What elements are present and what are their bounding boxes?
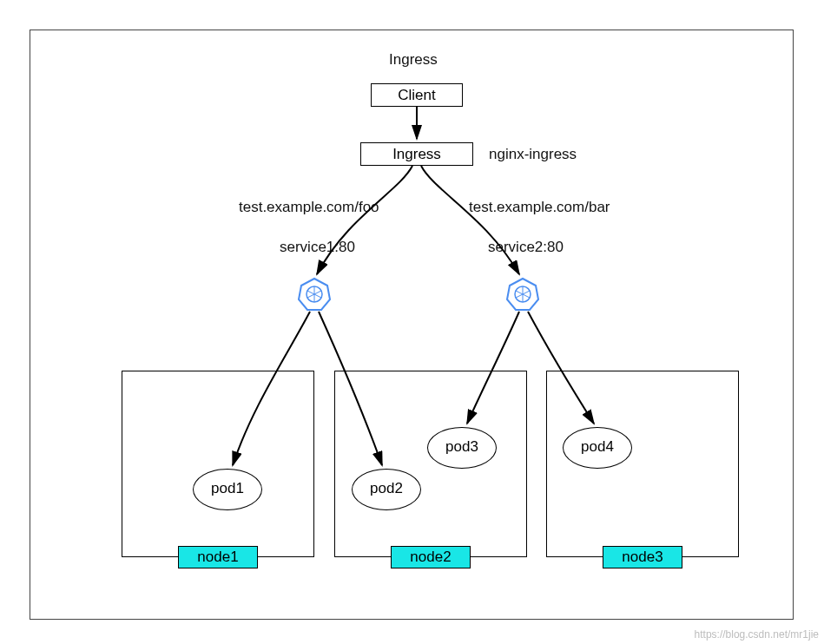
pod2: pod2 — [352, 469, 421, 510]
pod4: pod4 — [563, 427, 632, 469]
k8s-service-icon — [505, 277, 540, 312]
node2-box — [334, 371, 527, 557]
diagram-title: Ingress — [389, 51, 438, 69]
ingress-box: Ingress — [360, 142, 473, 166]
node1-box — [122, 371, 314, 557]
node1-label: node1 — [178, 546, 258, 568]
node2-label: node2 — [391, 546, 471, 568]
route-left: test.example.com/foo — [239, 199, 379, 216]
pod3: pod3 — [427, 427, 497, 469]
client-box: Client — [371, 83, 463, 107]
service-right-label: service2:80 — [488, 239, 564, 256]
service-left-label: service1:80 — [280, 239, 355, 256]
ingress-annotation: nginx-ingress — [489, 146, 577, 163]
k8s-service-icon — [297, 277, 332, 312]
pod1: pod1 — [193, 469, 262, 510]
ingress-label: Ingress — [392, 146, 441, 162]
route-right: test.example.com/bar — [469, 199, 610, 216]
watermark: https://blog.csdn.net/mr1jie — [695, 628, 819, 641]
client-label: Client — [398, 87, 435, 103]
node3-label: node3 — [603, 546, 682, 568]
